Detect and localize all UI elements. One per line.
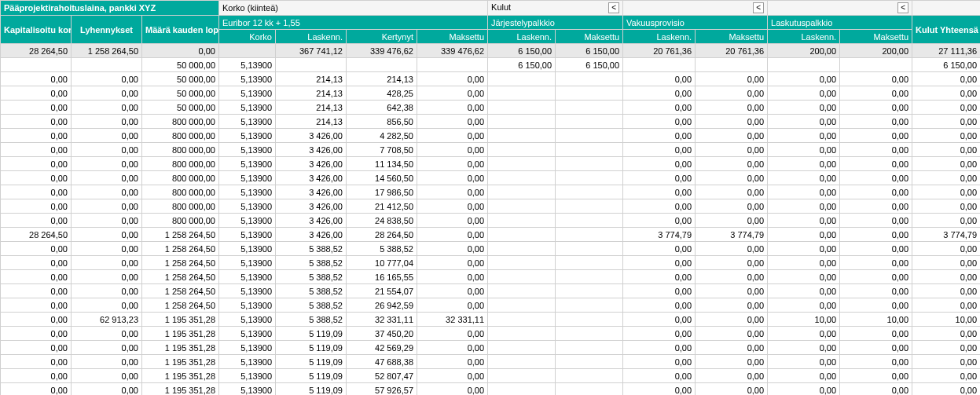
cell-lask[interactable]: 5 388,52 (276, 313, 347, 327)
cell-lm[interactable]: 0,00 (840, 72, 912, 86)
collapse-button-1[interactable]: < (608, 2, 619, 13)
cell-tot[interactable]: 0,00 (912, 86, 980, 101)
cell-kert[interactable]: 17 986,50 (347, 185, 417, 199)
cell-lask[interactable]: 214,13 (276, 86, 347, 101)
cell-vm[interactable]: 0,00 (696, 355, 768, 369)
cell-tot[interactable]: 0,00 (912, 369, 980, 383)
cell-lask[interactable]: 5 119,09 (276, 341, 347, 355)
cell-jl[interactable] (488, 129, 556, 143)
cell-ll[interactable]: 0,00 (768, 214, 840, 228)
cell-kap[interactable]: 0,00 (1, 185, 72, 199)
cell-kap[interactable]: 0,00 (1, 115, 72, 129)
cell-vl[interactable]: 0,00 (623, 284, 696, 298)
cell-maara[interactable]: 800 000,00 (142, 214, 219, 228)
cell-jm[interactable] (556, 199, 623, 214)
cell-tot[interactable]: 6 150,00 (912, 58, 980, 72)
cell-lm[interactable]: 0,00 (840, 171, 912, 185)
cell-vm[interactable]: 0,00 (696, 171, 768, 185)
cell-kert[interactable]: 21 554,07 (347, 284, 417, 298)
cell-korko[interactable]: 5,13900 (219, 129, 276, 143)
cell-ll[interactable]: 0,00 (768, 157, 840, 171)
cell-jl[interactable] (488, 143, 556, 157)
cell-tot[interactable]: 0,00 (912, 185, 980, 199)
cell-kap[interactable]: 0,00 (1, 369, 72, 383)
cell-ll[interactable]: 0,00 (768, 298, 840, 313)
cell-vl[interactable]: 0,00 (623, 143, 696, 157)
cell-vm[interactable]: 0,00 (696, 214, 768, 228)
cell-kap[interactable]: 0,00 (1, 327, 72, 341)
cell-lask[interactable]: 5 119,09 (276, 369, 347, 383)
cell-maks[interactable]: 0,00 (417, 369, 488, 383)
cell-lm[interactable]: 0,00 (840, 383, 912, 396)
cell-jl[interactable] (488, 256, 556, 270)
cell-lask[interactable]: 5 119,09 (276, 327, 347, 341)
cell-vl[interactable] (623, 58, 696, 72)
cell-jm[interactable] (556, 171, 623, 185)
cell-maara[interactable]: 800 000,00 (142, 199, 219, 214)
cell-tot[interactable]: 0,00 (912, 101, 980, 115)
cell-vm[interactable]: 0,00 (696, 129, 768, 143)
cell-vl[interactable]: 0,00 (623, 72, 696, 86)
cell-jl[interactable] (488, 369, 556, 383)
cell-vm[interactable]: 0,00 (696, 72, 768, 86)
cell-vl[interactable]: 0,00 (623, 129, 696, 143)
cell-lm[interactable]: 0,00 (840, 284, 912, 298)
cell-kert[interactable]: 7 708,50 (347, 143, 417, 157)
cell-kap[interactable]: 0,00 (1, 199, 72, 214)
cell-vm[interactable]: 0,00 (696, 256, 768, 270)
cell-maks[interactable]: 0,00 (417, 86, 488, 101)
cell-korko[interactable]: 5,13900 (219, 115, 276, 129)
cell-ll[interactable]: 0,00 (768, 242, 840, 256)
cell-lm[interactable]: 0,00 (840, 270, 912, 284)
cell-ll[interactable]: 0,00 (768, 228, 840, 242)
cell-korko[interactable]: 5,13900 (219, 327, 276, 341)
cell-vl[interactable]: 0,00 (623, 355, 696, 369)
cell-kap[interactable]: 0,00 (1, 383, 72, 396)
cell-jl[interactable] (488, 86, 556, 101)
cell-vm[interactable]: 0,00 (696, 270, 768, 284)
cell-vl[interactable]: 0,00 (623, 185, 696, 199)
cell-maara[interactable]: 1 195 351,28 (142, 341, 219, 355)
cell-jl[interactable]: 6 150,00 (488, 58, 556, 72)
cell-jl[interactable] (488, 101, 556, 115)
cell-kap[interactable]: 0,00 (1, 72, 72, 86)
cell-kert[interactable]: 47 688,38 (347, 355, 417, 369)
cell-tot[interactable]: 0,00 (912, 157, 980, 171)
cell-korko[interactable]: 5,13900 (219, 270, 276, 284)
cell-lm[interactable]: 0,00 (840, 327, 912, 341)
cell-maks[interactable]: 0,00 (417, 228, 488, 242)
cell-korko[interactable]: 5,13900 (219, 185, 276, 199)
cell-lask[interactable]: 5 388,52 (276, 298, 347, 313)
cell-jl[interactable] (488, 242, 556, 256)
cell-vl[interactable]: 0,00 (623, 171, 696, 185)
cell-vl[interactable]: 0,00 (623, 369, 696, 383)
cell-tot[interactable]: 3 774,79 (912, 228, 980, 242)
cell-lyh[interactable]: 0,00 (72, 256, 142, 270)
cell-jm[interactable] (556, 341, 623, 355)
cell-kert[interactable]: 26 942,59 (347, 298, 417, 313)
cell-korko[interactable]: 5,13900 (219, 101, 276, 115)
cell-jm[interactable] (556, 270, 623, 284)
cell-jm[interactable] (556, 256, 623, 270)
collapse-button-3[interactable]: < (897, 2, 908, 13)
cell-jl[interactable] (488, 313, 556, 327)
cell-vl[interactable]: 0,00 (623, 242, 696, 256)
cell-lyh[interactable]: 0,00 (72, 86, 142, 101)
cell-jl[interactable] (488, 199, 556, 214)
cell-lask[interactable]: 5 388,52 (276, 270, 347, 284)
cell-maara[interactable]: 1 258 264,50 (142, 270, 219, 284)
collapse-button-2[interactable]: < (753, 2, 764, 13)
cell-jl[interactable] (488, 341, 556, 355)
cell-kert[interactable]: 856,50 (347, 115, 417, 129)
cell-jl[interactable] (488, 157, 556, 171)
cell-tot[interactable]: 0,00 (912, 284, 980, 298)
cell-maks[interactable]: 0,00 (417, 327, 488, 341)
cell-lyh[interactable]: 0,00 (72, 171, 142, 185)
cell-vm[interactable]: 0,00 (696, 242, 768, 256)
cell-tot[interactable]: 0,00 (912, 72, 980, 86)
cell-jm[interactable] (556, 284, 623, 298)
cell-lask[interactable]: 5 388,52 (276, 256, 347, 270)
cell-maks[interactable]: 0,00 (417, 383, 488, 396)
cell-lyh[interactable]: 0,00 (72, 242, 142, 256)
cell-jm[interactable] (556, 383, 623, 396)
